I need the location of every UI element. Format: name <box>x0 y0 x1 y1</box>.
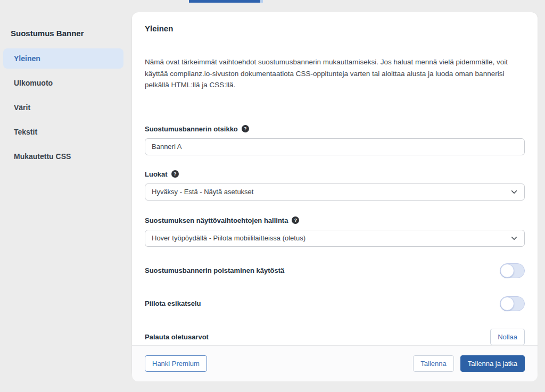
field-categories: Luokat ? Hyväksy - Estä - Näytä asetukse… <box>145 170 525 201</box>
sidebar-item-varit[interactable]: Värit <box>3 97 123 118</box>
chevron-down-icon <box>510 235 518 242</box>
sidebar-item-tekstit[interactable]: Tekstit <box>3 122 123 142</box>
panel-footer: Hanki Premium Tallenna Tallenna ja jatka <box>132 345 538 381</box>
categories-select-value: Hyväksy - Estä - Näytä asetukset <box>152 188 253 196</box>
consent-display-select[interactable]: Hover työpöydällä - Piilota mobiililaitt… <box>145 230 525 247</box>
top-progress-fill <box>189 0 260 3</box>
banner-title-label: Suostumusbannerin otsikko ? <box>145 125 525 133</box>
consent-display-select-value: Hover työpöydällä - Piilota mobiililaitt… <box>152 234 305 242</box>
save-and-continue-button[interactable]: Tallenna ja jatka <box>460 355 525 372</box>
consent-display-label-text: Suostumuksen näyttövaihtoehtojen hallint… <box>145 216 288 224</box>
panel-description: Nämä ovat tärkeimmät vaihtoehdot suostum… <box>145 56 525 91</box>
categories-select[interactable]: Hyväksy - Estä - Näytä asetukset <box>145 184 525 201</box>
hide-preview-toggle[interactable] <box>500 296 525 311</box>
row-reset-defaults: Palauta oletusarvot Nollaa <box>145 329 525 345</box>
banner-title-input[interactable]: Banneri A <box>145 138 525 155</box>
reset-defaults-label: Palauta oletusarvot <box>145 333 209 341</box>
disable-banner-label: Suostumusbannerin poistaminen käytöstä <box>145 266 284 274</box>
chevron-down-icon <box>510 188 518 196</box>
get-premium-button[interactable]: Hanki Premium <box>145 355 207 372</box>
field-banner-title: Suostumusbannerin otsikko ? Banneri A <box>145 125 525 155</box>
sidebar-item-ulkomuoto[interactable]: Ulkomuoto <box>3 73 123 93</box>
sidebar-item-mukautettu-css[interactable]: Mukautettu CSS <box>3 146 123 166</box>
disable-banner-toggle[interactable] <box>500 263 525 278</box>
page-title: Yleinen <box>145 24 525 33</box>
categories-label-text: Luokat <box>145 170 168 178</box>
consent-display-label: Suostumuksen näyttövaihtoehtojen hallint… <box>145 216 525 224</box>
sidebar-item-yleinen[interactable]: Yleinen <box>3 48 123 69</box>
toggle-knob <box>500 297 514 311</box>
row-disable-banner: Suostumusbannerin poistaminen käytöstä <box>145 263 525 279</box>
top-progress-bar <box>189 0 263 3</box>
help-icon[interactable]: ? <box>171 170 179 178</box>
footer-actions: Tallenna Tallenna ja jatka <box>413 355 525 372</box>
sidebar-title: Suostumus Banner <box>0 21 127 43</box>
toggle-knob <box>500 264 514 278</box>
help-icon[interactable]: ? <box>242 125 249 132</box>
reset-button[interactable]: Nollaa <box>490 329 525 345</box>
top-progress-rest <box>260 0 263 3</box>
field-consent-display: Suostumuksen näyttövaihtoehtojen hallint… <box>145 216 525 247</box>
row-hide-preview: Piilota esikatselu <box>145 296 525 312</box>
sidebar-nav: Yleinen Ulkomuoto Värit Tekstit Mukautet… <box>0 46 127 169</box>
save-button[interactable]: Tallenna <box>413 355 453 372</box>
categories-label: Luokat ? <box>145 170 525 178</box>
help-icon[interactable]: ? <box>292 216 299 224</box>
settings-sidebar: Suostumus Banner Yleinen Ulkomuoto Värit… <box>0 21 132 169</box>
settings-panel-body: Yleinen Nämä ovat tärkeimmät vaihtoehdot… <box>132 12 538 345</box>
hide-preview-label: Piilota esikatselu <box>145 299 201 307</box>
banner-title-label-text: Suostumusbannerin otsikko <box>145 125 238 133</box>
settings-panel: Yleinen Nämä ovat tärkeimmät vaihtoehdot… <box>132 12 538 378</box>
